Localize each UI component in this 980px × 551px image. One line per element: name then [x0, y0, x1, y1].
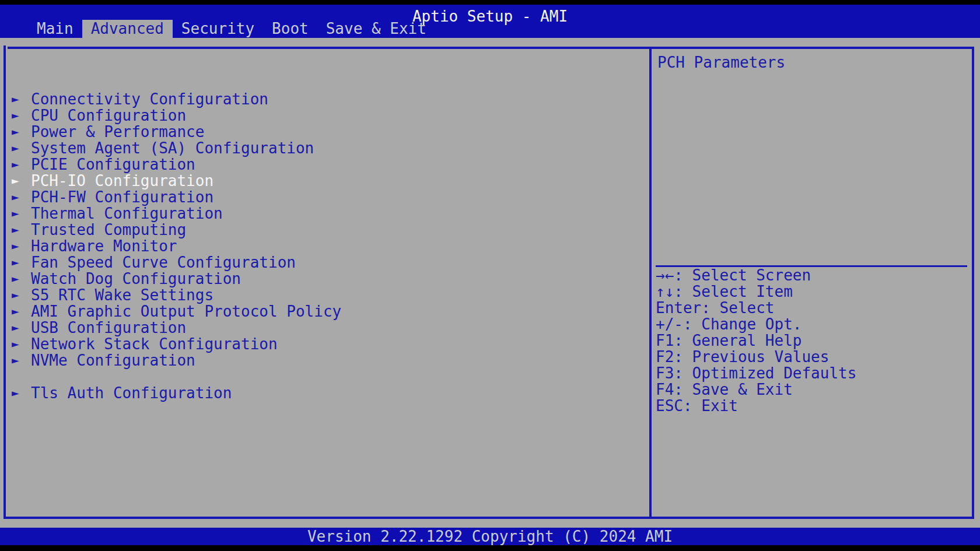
menu-item-usb-configuration[interactable]: ►USB Configuration	[12, 320, 341, 336]
content-frame-right	[972, 47, 974, 519]
hotkey-row: Enter: Select	[656, 300, 856, 316]
menu-item-label: S5 RTC Wake Settings	[31, 286, 214, 304]
menu-item-label: Tls Auth Configuration	[31, 384, 232, 402]
menu-item-trusted-computing[interactable]: ►Trusted Computing	[12, 222, 341, 238]
menu-item-label: PCH-FW Configuration	[31, 188, 214, 206]
menu-item-label: Connectivity Configuration	[31, 90, 268, 108]
submenu-arrow-icon: ►	[12, 107, 31, 124]
tab-main[interactable]: Main	[28, 20, 82, 38]
hotkey-row: F2: Previous Values	[656, 349, 856, 365]
submenu-arrow-icon: ►	[12, 352, 31, 368]
menu-item-system-agent-sa-configuration[interactable]: ►System Agent (SA) Configuration	[12, 140, 341, 156]
main-area: ►Connectivity Configuration►CPU Configur…	[0, 38, 980, 528]
menu-item-label: USB Configuration	[31, 319, 186, 336]
hotkey-row: F4: Save & Exit	[656, 381, 856, 398]
hotkey-row: →←: Select Screen	[656, 267, 856, 283]
menu-item-tls-auth-configuration[interactable]: ►Tls Auth Configuration	[12, 385, 341, 401]
content-frame-top	[8, 47, 972, 49]
menu-item-label: Network Stack Configuration	[31, 335, 278, 353]
content-frame-left	[4, 45, 6, 519]
menu-item-label: Hardware Monitor	[31, 237, 177, 255]
version-text: Version 2.22.1292 Copyright (C) 2024 AMI	[307, 528, 673, 545]
hotkey-row: +/-: Change Opt.	[656, 316, 856, 332]
submenu-arrow-icon: ►	[12, 156, 31, 173]
submenu-arrow-icon: ►	[12, 189, 31, 205]
hotkey-row: ↑↓: Select Item	[656, 283, 856, 300]
menu-item-connectivity-configuration[interactable]: ►Connectivity Configuration	[12, 91, 341, 107]
menu-item-label: Thermal Configuration	[31, 205, 223, 222]
submenu-arrow-icon: ►	[12, 320, 31, 336]
menu-item-label: AMI Graphic Output Protocol Policy	[31, 303, 341, 320]
hotkey-row: ESC: Exit	[656, 398, 856, 414]
menu-item-label: Watch Dog Configuration	[31, 270, 241, 287]
menu-item-label: Power & Performance	[31, 123, 204, 141]
content-frame-bottom	[5, 517, 973, 519]
submenu-arrow-icon: ►	[12, 303, 31, 320]
menu-item-thermal-configuration[interactable]: ►Thermal Configuration	[12, 205, 341, 222]
menu-item-power-performance[interactable]: ►Power & Performance	[12, 124, 341, 140]
menu-item-label: System Agent (SA) Configuration	[31, 139, 314, 157]
menu-item-pch-io-configuration[interactable]: ►PCH-IO Configuration	[12, 173, 341, 189]
menu-item-pch-fw-configuration[interactable]: ►PCH-FW Configuration	[12, 189, 341, 205]
submenu-arrow-icon: ►	[12, 287, 31, 303]
panel-divider	[649, 47, 652, 519]
hotkey-row: F3: Optimized Defaults	[656, 365, 856, 381]
title-bar: Aptio Setup - AMI MainAdvancedSecurityBo…	[0, 5, 980, 38]
submenu-arrow-icon: ►	[12, 173, 31, 189]
submenu-arrow-icon: ►	[12, 140, 31, 156]
submenu-arrow-icon: ►	[12, 205, 31, 222]
menu-item-pcie-configuration[interactable]: ►PCIE Configuration	[12, 156, 341, 173]
submenu-arrow-icon: ►	[12, 385, 31, 401]
submenu-arrow-icon: ►	[12, 222, 31, 238]
hotkey-legend: →←: Select Screen↑↓: Select ItemEnter: S…	[656, 267, 856, 414]
help-description: PCH Parameters	[657, 54, 785, 71]
menu-item-watch-dog-configuration[interactable]: ►Watch Dog Configuration	[12, 271, 341, 287]
menu-item-cpu-configuration[interactable]: ►CPU Configuration	[12, 107, 341, 124]
settings-menu: ►Connectivity Configuration►CPU Configur…	[12, 91, 341, 401]
menu-item-network-stack-configuration[interactable]: ►Network Stack Configuration	[12, 336, 341, 352]
submenu-arrow-icon: ►	[12, 336, 31, 352]
hotkey-row: F1: General Help	[656, 332, 856, 349]
menu-item-label: NVMe Configuration	[31, 352, 195, 369]
menu-tab-bar: MainAdvancedSecurityBootSave & Exit	[28, 20, 435, 38]
menu-spacer	[12, 368, 341, 385]
submenu-arrow-icon: ►	[12, 91, 31, 107]
menu-item-fan-speed-curve-configuration[interactable]: ►Fan Speed Curve Configuration	[12, 254, 341, 271]
submenu-arrow-icon: ►	[12, 254, 31, 271]
submenu-arrow-icon: ►	[12, 238, 31, 254]
menu-item-label: Fan Speed Curve Configuration	[31, 254, 296, 271]
menu-item-label: CPU Configuration	[31, 107, 186, 124]
submenu-arrow-icon: ►	[12, 124, 31, 140]
submenu-arrow-icon: ►	[12, 271, 31, 287]
tab-boot[interactable]: Boot	[263, 20, 317, 38]
tab-save-exit[interactable]: Save & Exit	[317, 20, 435, 38]
menu-item-label: PCIE Configuration	[31, 156, 195, 173]
menu-item-s5-rtc-wake-settings[interactable]: ►S5 RTC Wake Settings	[12, 287, 341, 303]
tab-security[interactable]: Security	[173, 20, 263, 38]
menu-item-nvme-configuration[interactable]: ►NVMe Configuration	[12, 352, 341, 368]
menu-item-ami-graphic-output-protocol-policy[interactable]: ►AMI Graphic Output Protocol Policy	[12, 303, 341, 320]
menu-item-label: Trusted Computing	[31, 221, 186, 238]
tab-advanced[interactable]: Advanced	[82, 20, 173, 38]
menu-item-label: PCH-IO Configuration	[31, 172, 214, 189]
menu-item-hardware-monitor[interactable]: ►Hardware Monitor	[12, 238, 341, 254]
bios-screen: Aptio Setup - AMI MainAdvancedSecurityBo…	[0, 0, 980, 551]
version-bar: Version 2.22.1292 Copyright (C) 2024 AMI	[0, 528, 980, 545]
